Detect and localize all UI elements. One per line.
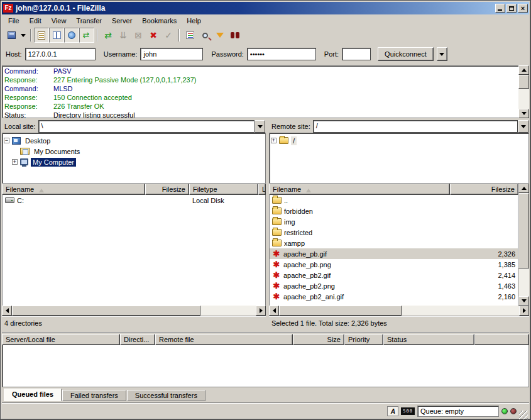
remote-file-row[interactable]: ✱apache_pb2.png 1,463 — [270, 280, 518, 291]
transfer-type-icon[interactable]: A — [387, 406, 398, 416]
speed-limit-badge[interactable]: 500 — [401, 407, 415, 415]
menu-view[interactable]: View — [47, 16, 72, 26]
local-file-row[interactable]: C: Local Disk — [3, 195, 265, 206]
process-queue-button[interactable]: ⇊ — [116, 28, 131, 43]
local-site-value[interactable]: \ — [38, 120, 255, 133]
compare-directories-button[interactable] — [227, 28, 243, 43]
column-direction[interactable]: Directi... — [120, 334, 155, 345]
tree-label[interactable]: My Computer — [31, 158, 76, 167]
scroll-right-button[interactable] — [256, 306, 266, 316]
column-filesize[interactable]: Filesize — [145, 184, 189, 195]
local-site-combo[interactable]: \ — [38, 120, 265, 133]
column-server-local-file[interactable]: Server/Local file — [2, 334, 120, 345]
remote-tree[interactable]: + / — [269, 133, 529, 184]
remote-vertical-scrollbar[interactable] — [518, 184, 529, 306]
scrollbar-thumb[interactable] — [12, 306, 200, 316]
scroll-left-button[interactable] — [2, 306, 12, 316]
site-manager-button[interactable] — [4, 28, 19, 43]
menu-edit[interactable]: Edit — [25, 16, 47, 26]
cancel-button[interactable]: ⊠ — [131, 28, 146, 43]
scroll-right-button[interactable] — [519, 306, 529, 316]
tree-item-my-documents[interactable]: My Documents — [4, 146, 264, 157]
scrollbar-thumb[interactable] — [518, 75, 529, 89]
column-filename[interactable]: Filename — [2, 184, 145, 195]
password-input[interactable] — [247, 48, 316, 60]
menu-server[interactable]: Server — [107, 16, 137, 26]
scroll-down-button[interactable] — [518, 109, 529, 118]
column-filename[interactable]: Filename — [269, 184, 450, 195]
tree-item-root[interactable]: + / — [271, 135, 527, 146]
tree-label[interactable]: / — [291, 136, 297, 145]
host-input[interactable] — [25, 48, 96, 60]
remote-file-row[interactable]: ✱apache_pb2_ani.gif 2,160 — [270, 291, 518, 302]
tree-item-my-computer[interactable]: + My Computer — [4, 157, 264, 167]
tab-failed-transfers[interactable]: Failed transfers — [62, 390, 126, 401]
site-manager-dropdown[interactable] — [19, 28, 28, 43]
scrollbar-thumb[interactable] — [518, 193, 529, 268]
column-filetype[interactable]: Filetype — [189, 184, 258, 195]
remote-site-combo[interactable]: / — [313, 120, 528, 133]
column-priority[interactable]: Priority — [344, 334, 383, 345]
tree-item-desktop[interactable]: − Desktop — [4, 135, 264, 146]
scroll-down-button[interactable] — [518, 296, 529, 306]
disconnect-button[interactable]: ✖ — [146, 28, 161, 43]
tab-successful-transfers[interactable]: Successful transfers — [127, 390, 205, 401]
remote-file-row[interactable]: img — [270, 216, 518, 227]
tree-label[interactable]: My Documents — [32, 147, 82, 156]
port-input[interactable] — [342, 48, 371, 60]
remote-horizontal-scrollbar[interactable] — [269, 306, 529, 316]
find-files-button[interactable] — [197, 28, 212, 43]
column-filesize[interactable]: Filesize — [450, 184, 518, 195]
title-bar[interactable]: Fz john@127.0.0.1 - FileZilla × — [2, 2, 529, 14]
column-last-modified[interactable]: L — [258, 184, 266, 195]
quickconnect-dropdown[interactable] — [437, 47, 447, 61]
expand-icon[interactable]: + — [271, 138, 276, 143]
toggle-message-log-button[interactable] — [34, 28, 49, 43]
remote-site-dropdown[interactable] — [518, 120, 528, 133]
column-status[interactable]: Status — [383, 334, 474, 345]
remote-file-row[interactable]: xampp — [270, 238, 518, 248]
expand-icon[interactable]: + — [12, 159, 18, 165]
column-size[interactable]: Size — [293, 334, 344, 345]
remote-file-row[interactable]: .. — [270, 195, 518, 206]
menu-file[interactable]: File — [3, 16, 25, 26]
scroll-up-button[interactable] — [518, 65, 529, 75]
menu-help[interactable]: Help — [182, 16, 206, 26]
local-horizontal-scrollbar[interactable] — [2, 306, 266, 316]
username-input[interactable] — [140, 48, 203, 60]
remote-file-row[interactable]: ✱apache_pb.png 1,385 — [270, 259, 518, 270]
toggle-remote-tree-button[interactable] — [64, 28, 79, 43]
local-site-dropdown[interactable] — [255, 120, 265, 133]
resize-grip[interactable] — [519, 411, 528, 419]
tab-queued-files[interactable]: Queued files — [4, 389, 62, 401]
message-log[interactable]: Command:PASV Response:227 Entering Passi… — [2, 65, 518, 118]
minimize-button[interactable] — [495, 4, 505, 13]
scroll-left-button[interactable] — [269, 306, 279, 316]
toggle-queue-button[interactable] — [79, 28, 94, 43]
close-button[interactable]: × — [518, 4, 528, 13]
refresh-button[interactable]: ⇄ — [101, 28, 116, 43]
filter-button[interactable] — [212, 28, 227, 43]
quickconnect-button[interactable]: Quickconnect — [378, 47, 434, 61]
menu-transfer[interactable]: Transfer — [71, 16, 107, 26]
toggle-local-tree-button[interactable] — [49, 28, 64, 43]
remote-file-row[interactable]: forbidden — [270, 206, 518, 216]
local-tree[interactable]: − Desktop My Documents + My Computer — [2, 133, 266, 184]
remote-file-row[interactable]: restricted — [270, 227, 518, 238]
scroll-up-button[interactable] — [518, 184, 529, 193]
menu-bookmarks[interactable]: Bookmarks — [137, 16, 182, 26]
column-remote-file[interactable]: Remote file — [155, 334, 293, 345]
queue-list[interactable] — [2, 345, 529, 387]
maximize-button[interactable] — [506, 4, 517, 13]
remote-site-value[interactable]: / — [313, 120, 518, 133]
remote-file-row-selected[interactable]: ✱apache_pb.gif 2,326 — [270, 248, 518, 259]
remote-file-list[interactable]: .. forbidden img restricted — [269, 195, 518, 306]
collapse-icon[interactable]: − — [4, 138, 9, 143]
local-file-list[interactable]: C: Local Disk — [2, 195, 266, 306]
remote-file-row[interactable]: ✱apache_pb2.gif 2,414 — [270, 270, 518, 280]
log-vertical-scrollbar[interactable] — [518, 65, 529, 118]
tree-label[interactable]: Desktop — [23, 136, 52, 145]
scrollbar-thumb[interactable] — [279, 306, 402, 316]
directory-listing-button[interactable] — [182, 28, 197, 43]
reconnect-button[interactable]: ✓ — [161, 28, 176, 43]
